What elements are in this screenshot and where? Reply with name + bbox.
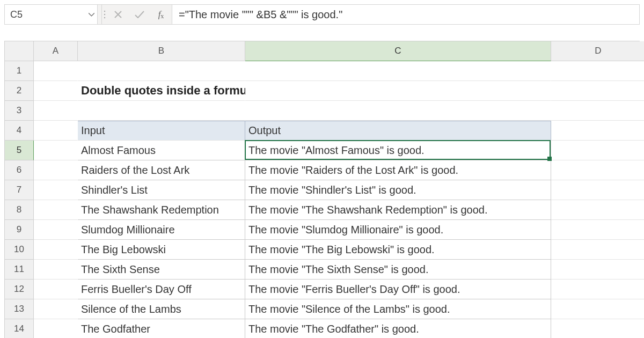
table-row[interactable]: The movie "Raiders of the Lost Ark" is g… bbox=[245, 160, 551, 180]
row-header[interactable]: 11 bbox=[5, 260, 34, 280]
row-header[interactable]: 7 bbox=[5, 180, 34, 200]
cell[interactable] bbox=[78, 61, 245, 81]
formula-input[interactable] bbox=[172, 5, 639, 24]
selected-cell[interactable]: The movie "Almost Famous" is good. bbox=[245, 141, 551, 160]
cell[interactable] bbox=[551, 121, 644, 141]
cell[interactable] bbox=[551, 200, 644, 220]
table-row[interactable]: The movie "Slumdog Millionaire" is good. bbox=[245, 220, 551, 240]
table-row[interactable]: Slumdog Millionaire bbox=[78, 220, 245, 240]
row-header[interactable]: 10 bbox=[5, 240, 34, 260]
cell[interactable] bbox=[34, 240, 78, 260]
cell[interactable] bbox=[34, 200, 78, 220]
row-header[interactable]: 14 bbox=[5, 319, 34, 338]
cell[interactable] bbox=[34, 81, 78, 101]
cell[interactable] bbox=[551, 180, 644, 200]
cell[interactable] bbox=[245, 81, 551, 101]
fx-icon[interactable]: fx bbox=[150, 5, 172, 24]
formula-bar-buttons: fx bbox=[102, 5, 172, 24]
col-header-C[interactable]: C bbox=[245, 41, 551, 61]
table-row[interactable]: Almost Famous bbox=[78, 141, 245, 160]
table-row[interactable]: The movie "The Sixth Sense" is good. bbox=[245, 260, 551, 280]
cell[interactable] bbox=[34, 299, 78, 319]
cell[interactable] bbox=[551, 141, 644, 160]
svg-point-0 bbox=[104, 11, 105, 12]
cell[interactable] bbox=[34, 121, 78, 141]
table-row[interactable]: Raiders of the Lost Ark bbox=[78, 160, 245, 180]
table-row[interactable]: Ferris Bueller's Day Off bbox=[78, 280, 245, 299]
table-row[interactable]: The Godfather bbox=[78, 319, 245, 338]
cell[interactable] bbox=[551, 299, 644, 319]
svg-point-1 bbox=[104, 14, 105, 15]
cell[interactable] bbox=[34, 260, 78, 280]
dots-icon bbox=[102, 5, 107, 24]
cell[interactable] bbox=[34, 61, 78, 81]
enter-icon[interactable] bbox=[129, 5, 150, 24]
table-row[interactable]: The movie "Ferris Bueller's Day Off" is … bbox=[245, 280, 551, 299]
table-header-output[interactable]: Output bbox=[245, 121, 551, 141]
cell[interactable] bbox=[551, 81, 644, 101]
table-row[interactable]: Shindler's List bbox=[78, 180, 245, 200]
cell[interactable] bbox=[34, 220, 78, 240]
table-row[interactable]: The movie "Silence of the Lambs" is good… bbox=[245, 299, 551, 319]
table-row[interactable]: The movie "The Big Lebowski" is good. bbox=[245, 240, 551, 260]
cell[interactable] bbox=[245, 61, 551, 81]
table-row[interactable]: The Shawshank Redemption bbox=[78, 200, 245, 220]
cell[interactable] bbox=[551, 280, 644, 299]
table-row[interactable]: The Sixth Sense bbox=[78, 260, 245, 280]
name-box[interactable] bbox=[5, 5, 98, 24]
spreadsheet-grid[interactable]: A B C D 1 2 Double quotes inside a formu… bbox=[4, 41, 640, 338]
row-header[interactable]: 9 bbox=[5, 220, 34, 240]
cancel-icon[interactable] bbox=[107, 5, 129, 24]
name-box-input[interactable] bbox=[5, 5, 85, 24]
col-header-D[interactable]: D bbox=[551, 41, 644, 61]
cell[interactable] bbox=[551, 240, 644, 260]
cell[interactable] bbox=[34, 319, 78, 338]
table-row[interactable]: The Big Lebowski bbox=[78, 240, 245, 260]
row-header[interactable]: 2 bbox=[5, 81, 34, 101]
select-all-corner[interactable] bbox=[5, 41, 34, 61]
table-row[interactable]: Silence of the Lambs bbox=[78, 299, 245, 319]
cell[interactable] bbox=[551, 160, 644, 180]
cell[interactable] bbox=[551, 61, 644, 81]
col-header-A[interactable]: A bbox=[34, 41, 78, 61]
chevron-down-icon[interactable] bbox=[85, 5, 97, 24]
cell[interactable] bbox=[551, 260, 644, 280]
table-header-input[interactable]: Input bbox=[78, 121, 245, 141]
row-header[interactable]: 6 bbox=[5, 160, 34, 180]
cell[interactable] bbox=[34, 101, 78, 121]
row-header[interactable]: 4 bbox=[5, 121, 34, 141]
cell[interactable] bbox=[78, 101, 245, 121]
cell[interactable] bbox=[34, 160, 78, 180]
table-row[interactable]: The movie "The Shawshank Redemption" is … bbox=[245, 200, 551, 220]
row-header[interactable]: 12 bbox=[5, 280, 34, 299]
cell[interactable] bbox=[551, 220, 644, 240]
cell[interactable] bbox=[245, 101, 551, 121]
row-header[interactable]: 3 bbox=[5, 101, 34, 121]
row-header[interactable]: 1 bbox=[5, 61, 34, 81]
col-header-B[interactable]: B bbox=[78, 41, 245, 61]
svg-point-2 bbox=[104, 17, 105, 18]
cell[interactable] bbox=[34, 280, 78, 299]
table-row[interactable]: The movie "Shindler's List" is good. bbox=[245, 180, 551, 200]
formula-bar: fx bbox=[4, 4, 640, 25]
row-header[interactable]: 5 bbox=[5, 141, 34, 160]
cell[interactable] bbox=[34, 141, 78, 160]
row-header[interactable]: 13 bbox=[5, 299, 34, 319]
cell[interactable] bbox=[551, 101, 644, 121]
table-row[interactable]: The movie "The Godfather" is good. bbox=[245, 319, 551, 338]
cell[interactable] bbox=[34, 180, 78, 200]
page-title[interactable]: Double quotes inside a formula bbox=[78, 81, 245, 101]
cell[interactable] bbox=[551, 319, 644, 338]
row-header[interactable]: 8 bbox=[5, 200, 34, 220]
